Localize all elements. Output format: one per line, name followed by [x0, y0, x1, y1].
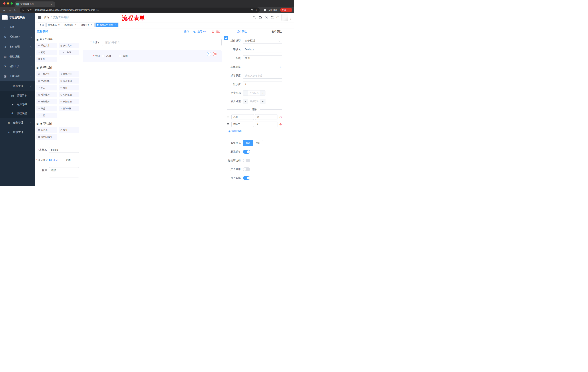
palette-item-slider[interactable]: ╪滑块: [59, 85, 79, 90]
sidebar-item-leave-query[interactable]: ♟ 请假查询: [0, 128, 35, 138]
bookmark-star-icon[interactable]: ☆: [255, 8, 257, 12]
sidebar-item-dev-tools[interactable]: ⚒ 研发工具: [0, 62, 35, 71]
palette-item-counter[interactable]: 123计数器: [59, 50, 79, 55]
close-icon[interactable]: ×: [114, 24, 117, 26]
palette-item-select[interactable]: ◎下拉选择: [36, 71, 57, 77]
stepper-placeholder[interactable]: 至少应选: [248, 90, 260, 96]
help-icon[interactable]: ?: [265, 16, 268, 19]
tag-process-model[interactable]: 流程模型 ×: [63, 22, 78, 27]
option-label-input[interactable]: [231, 114, 254, 120]
palette-item-button[interactable]: ▢按钮: [59, 127, 79, 133]
palette-item-multi-line-text[interactable]: ▤多行文本: [59, 43, 79, 48]
save-button[interactable]: ✓ 保存: [181, 30, 189, 33]
decrease-button[interactable]: −: [243, 99, 248, 104]
palette-item-date-range[interactable]: ⊟日期范围: [59, 99, 79, 104]
tag-home[interactable]: 首页: [38, 22, 45, 27]
label-width-input[interactable]: [243, 73, 282, 79]
tab-form-props[interactable]: 表单属性: [259, 28, 294, 35]
close-icon[interactable]: ×: [58, 24, 60, 26]
palette-item-upload[interactable]: ⇧上传: [36, 113, 57, 118]
palette-item-checkbox-group[interactable]: ☑多选框组: [59, 78, 79, 84]
app-logo[interactable]: 芋道管理系统: [0, 13, 35, 22]
gender-option2-checkbox[interactable]: 选项二: [119, 54, 130, 58]
sidebar-item-system-management[interactable]: ⚙ 系统管理: [0, 32, 35, 42]
chrome-menu-icon[interactable]: ⋮: [288, 9, 290, 11]
phone-input[interactable]: [102, 39, 221, 46]
window-zoom-button[interactable]: [10, 2, 13, 5]
palette-item-time-range[interactable]: ◶时间范围: [59, 92, 79, 97]
palette-item-radio-group[interactable]: ◉单选框组: [36, 78, 57, 84]
palette-item-editor[interactable]: 编辑器: [36, 57, 57, 62]
slider-handle[interactable]: [280, 66, 282, 68]
hamburger-icon[interactable]: [38, 16, 41, 19]
address-bar[interactable]: ⚠ 不安全 dashboard.yudao.iocoder.cn/bpm/man…: [20, 8, 260, 12]
form-grid-slider[interactable]: [243, 64, 282, 70]
sidebar-item-process-model[interactable]: ✈ 流程模型: [0, 109, 35, 118]
palette-item-single-line-text[interactable]: ▭单行文本: [36, 43, 57, 48]
sidebar-item-infrastructure[interactable]: ▤ 基础设施: [0, 52, 35, 62]
view-json-button[interactable]: 查看json: [193, 30, 207, 33]
field-name-input[interactable]: [243, 47, 282, 53]
chrome-update-button[interactable]: 更新 ⋮: [280, 8, 292, 12]
palette-item-time-picker[interactable]: ◷时间选择: [36, 92, 57, 97]
search-icon[interactable]: [253, 16, 256, 19]
browser-tab[interactable]: 芋道管理系统 ×: [15, 1, 55, 7]
sidebar-item-process-form[interactable]: ▤ 流程表单: [0, 91, 35, 100]
window-close-button[interactable]: [3, 2, 5, 5]
option-value-input[interactable]: [255, 122, 277, 127]
caret-down-icon[interactable]: ▾: [290, 18, 291, 20]
password-key-icon[interactable]: [251, 9, 254, 11]
slider-track[interactable]: [243, 67, 281, 67]
palette-item-color-picker[interactable]: ◑颜色选择: [59, 106, 79, 111]
canvas-field-phone[interactable]: *手机号: [83, 39, 221, 46]
sidebar-item-workflow[interactable]: ▣ 工作流程: [0, 71, 35, 81]
clear-button[interactable]: 清空: [211, 30, 220, 33]
forward-icon[interactable]: →: [7, 8, 12, 12]
breadcrumb-home[interactable]: 首页: [44, 16, 49, 19]
remark-textarea[interactable]: 嘿嘿: [49, 167, 79, 177]
add-option-button[interactable]: ⊕ 添加选项: [228, 130, 242, 133]
reload-icon[interactable]: ↻: [13, 8, 18, 12]
link-icon[interactable]: [224, 36, 228, 40]
sidebar-item-home[interactable]: ⌂ 首页: [0, 22, 35, 32]
drag-handle-icon[interactable]: ☰: [227, 116, 230, 118]
option-label-input[interactable]: [231, 122, 254, 127]
remove-option-icon[interactable]: ⊖: [279, 123, 282, 126]
with-border-toggle[interactable]: [243, 159, 250, 162]
increase-button[interactable]: +: [260, 99, 265, 104]
palette-item-row-container[interactable]: ▥行容器: [36, 127, 57, 133]
title-input[interactable]: [243, 55, 282, 61]
palette-item-switch[interactable]: ⊸开关: [36, 85, 57, 90]
decrease-button[interactable]: −: [243, 90, 248, 96]
disabled-toggle[interactable]: [243, 167, 250, 171]
default-value-input[interactable]: [243, 82, 282, 87]
palette-item-rate[interactable]: ☆评分: [36, 106, 57, 111]
back-icon[interactable]: ←: [2, 8, 7, 12]
remove-option-icon[interactable]: ⊖: [279, 116, 282, 119]
copy-item-button[interactable]: [207, 52, 211, 56]
sidebar-item-payment-management[interactable]: ¥ 支付管理: [0, 42, 35, 52]
tag-process-definition[interactable]: 流程定义 ×: [46, 22, 62, 27]
stepper-placeholder[interactable]: 最多可选: [248, 99, 260, 104]
tab-component-props[interactable]: 组件属性: [224, 28, 259, 35]
style-default-button[interactable]: 默认: [243, 140, 253, 146]
gender-option1-checkbox[interactable]: 选项一: [102, 54, 114, 58]
sidebar-item-user-groups[interactable]: ☻ 用户分组: [0, 100, 35, 109]
sidebar-item-task-management[interactable]: ⋔ 任务管理: [0, 118, 35, 128]
selected-canvas-item-gender[interactable]: *性别 选项一 选项二: [83, 50, 221, 62]
increase-button[interactable]: +: [260, 90, 265, 96]
min-select-stepper[interactable]: − 至少应选 +: [243, 90, 265, 96]
fullscreen-icon[interactable]: [271, 16, 274, 19]
tab-close-icon[interactable]: ×: [50, 3, 53, 6]
palette-item-cascader[interactable]: ⋔级联选择: [59, 71, 79, 77]
avatar[interactable]: [282, 14, 288, 21]
new-tab-button[interactable]: +: [55, 2, 61, 7]
palette-item-table[interactable]: ▦表格[开发中]: [36, 134, 57, 139]
style-button-button[interactable]: 按钮: [253, 140, 263, 146]
github-icon[interactable]: [259, 16, 262, 19]
sidebar-item-process-management[interactable]: ☰ 流程管理: [0, 81, 35, 91]
font-size-icon[interactable]: tT: [276, 16, 279, 19]
form-canvas[interactable]: *手机号: [81, 35, 224, 186]
close-icon[interactable]: ×: [90, 24, 93, 26]
drag-handle-icon[interactable]: ☰: [227, 123, 230, 126]
